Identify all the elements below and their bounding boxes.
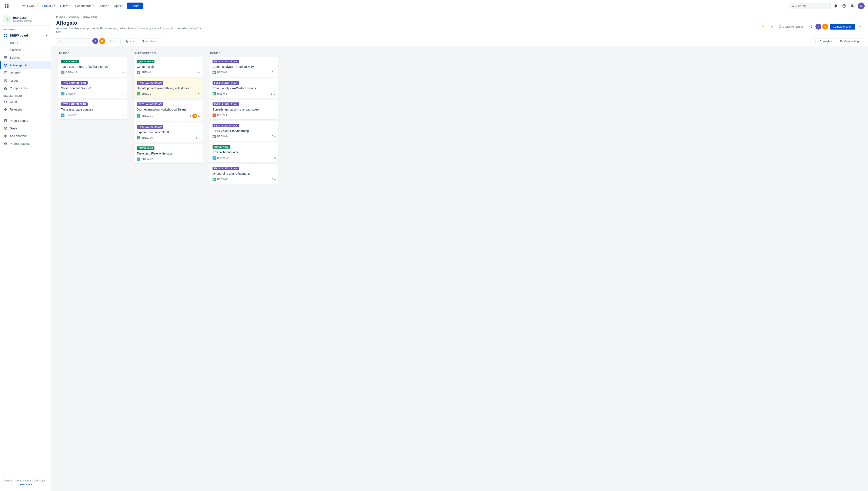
jira-logo[interactable]: Jira [11, 3, 18, 9]
complete-sprint-button[interactable]: Complete sprint [830, 24, 855, 30]
user-avatar[interactable]: U [858, 3, 865, 9]
table-row[interactable]: QUICK WINSContent audit▶BREW-14≡ [134, 57, 202, 77]
sidebar-item-backlog[interactable]: Backlog [0, 54, 51, 61]
nav-your-work[interactable]: Your work ▾ [20, 3, 40, 9]
task-icon: ✓ [61, 92, 64, 95]
notifications-icon[interactable] [832, 3, 839, 9]
sidebar-item-add-shortcut[interactable]: Add shortcut [0, 132, 51, 140]
table-row[interactable]: FY23 LAUNCH PLANTaste test: Latte glasse… [58, 100, 127, 119]
table-row[interactable]: FY23 LAUNCH PLANExplore personas: Geoff▶… [134, 122, 202, 142]
more-options-icon[interactable]: ••• [857, 24, 863, 30]
view-settings-button[interactable]: View settings [837, 38, 863, 44]
insights-button[interactable]: Insights [815, 38, 835, 44]
breadcrumb-espresso[interactable]: Espresso [69, 15, 79, 18]
avatar-filter-1[interactable]: A [92, 38, 98, 44]
board-search-box[interactable] [56, 38, 90, 44]
nav-apps[interactable]: Apps ▾ [112, 3, 125, 9]
breadcrumb-projects[interactable]: Projects [56, 15, 65, 18]
create-button[interactable]: Create [127, 3, 143, 9]
sidebar-item-active-sprints[interactable]: Active sprints [0, 61, 51, 69]
chevron-down-icon: ▾ [54, 4, 55, 7]
table-row[interactable]: QUICK WINSTaste test: Flate white cups✓B… [134, 144, 202, 164]
sidebar-item-components[interactable]: Components [0, 84, 51, 92]
search-input[interactable] [796, 4, 826, 8]
sidebar-item-board[interactable]: Board [0, 39, 51, 46]
star-icon[interactable]: ☆ [768, 23, 775, 30]
column-done: DONE 6FY23 LAUNCH PLANComp. analysis—Foo… [208, 50, 280, 185]
card-label: FY23 LAUNCH PLAN [61, 81, 88, 85]
quick-filters-button[interactable]: Quick filters ▾ [139, 38, 161, 44]
table-row[interactable]: FY23 LAUNCH PLANUpdate project plan with… [134, 79, 202, 98]
svg-point-57 [841, 41, 842, 41]
chevron-down-icon: ▾ [122, 5, 123, 7]
card-footer: ▶BREW-35⌄ [213, 92, 276, 95]
task-icon: ✓ [61, 71, 64, 74]
priority-icon: ↑ [274, 114, 276, 117]
grid-icon[interactable] [3, 3, 10, 9]
priority-icon: ≡ [274, 135, 276, 138]
board-search-input[interactable] [62, 39, 88, 43]
card-title: Review banner ads [213, 150, 276, 154]
search-icon [792, 4, 795, 7]
priority-icon: ≡ [123, 71, 124, 74]
avatar-filter-2[interactable]: B [99, 38, 105, 44]
sidebar-item-code[interactable]: Code [0, 98, 51, 106]
table-row[interactable]: FY23 LAUNCH PLANComp. analysis—Food deli… [209, 57, 278, 77]
avatar-1[interactable]: A [815, 24, 821, 30]
project-icon: ☕ [3, 15, 11, 23]
backlog-label: Backlog [10, 56, 48, 59]
sidebar-item-goals[interactable]: Goals [0, 124, 51, 132]
learn-more-link[interactable]: Learn more [3, 483, 48, 486]
type-filter-button[interactable]: Type ▾ [123, 38, 137, 44]
table-row[interactable]: QUICK WINSReview banner ads✓BREW-20≡ [209, 142, 278, 162]
card-id: BREW-1 [141, 71, 195, 74]
share-icon[interactable] [807, 23, 814, 30]
settings-icon[interactable] [849, 3, 856, 9]
nav-items: Your work ▾ Projects ▾ Filters ▾ Dashboa… [20, 3, 125, 9]
table-row[interactable]: FY23 LAUNCH PLANSocial content: Week 1✓B… [58, 79, 127, 98]
lightning-icon[interactable]: ⚡ [760, 23, 767, 30]
breadcrumb-brew-board[interactable]: BREW board [83, 15, 98, 18]
nav-projects[interactable]: Projects ▾ [40, 3, 58, 9]
sidebar-item-timeline[interactable]: Timeline [0, 46, 51, 54]
svg-point-29 [5, 81, 6, 82]
svg-rect-13 [6, 34, 7, 35]
card-label: FY23 LAUNCH PLAN [137, 103, 163, 106]
table-row[interactable]: FY23 LAUNCH PLANFY23 Vision: Storyboardi… [209, 121, 278, 141]
avatar-2[interactable]: B [822, 24, 828, 30]
card-label: FY23 LAUNCH PLAN [213, 81, 239, 85]
sidebar-item-project-settings[interactable]: Project settings [0, 140, 51, 147]
card-footer: ▶BREW-14≡ [137, 71, 200, 74]
card-title: Update project plan with key milestones [137, 86, 200, 91]
card-title: Taste test: Latte glasses [61, 108, 124, 112]
card-id: BREW-20 [217, 156, 273, 160]
column-cards-inprogress: QUICK WINSContent audit▶BREW-14≡FY23 LAU… [132, 57, 204, 165]
releases-label: Releases [10, 108, 48, 111]
sidebar-item-reports[interactable]: Reports [0, 69, 51, 77]
planning-label: PLANNING [0, 26, 51, 32]
help-icon[interactable]: ? [841, 3, 847, 9]
sidebar-item-brew-board[interactable]: BREW board ▾ [0, 32, 51, 39]
card-meta: 5JB∧ [190, 114, 200, 118]
nav-dashboards[interactable]: Dashboards ▾ [73, 3, 96, 9]
table-row[interactable]: FY23 LAUNCH PLANComp. analysis—Custom me… [209, 79, 278, 98]
column-header-inprogress: IN PROGRESS 5 [132, 50, 204, 57]
nav-teams[interactable]: Teams ▾ [96, 3, 111, 9]
sidebar-item-issues[interactable]: Issues [0, 77, 51, 84]
table-row[interactable]: FY23 LAUNCH PLANSomething's up with the … [209, 100, 278, 119]
table-row[interactable]: FY23 LAUNCH PLANOnboarding tour refineme… [209, 164, 278, 184]
svg-line-50 [810, 27, 811, 27]
table-row[interactable]: FY23 LAUNCH PLANJourney mapping workshop… [134, 100, 202, 121]
epic-filter-button[interactable]: Epic ▾ [107, 38, 120, 44]
board-sub-label: Board [10, 41, 18, 45]
card-id: BREW-11 [141, 114, 189, 117]
nav-filters[interactable]: Filters ▾ [58, 3, 73, 9]
search-box[interactable] [789, 3, 831, 9]
sidebar-item-project-pages[interactable]: Project pages [0, 117, 51, 124]
pages-icon [3, 119, 8, 123]
table-row[interactable]: QUICK WINSTaste test: Round 1 (vanilla e… [58, 57, 127, 77]
goals-icon [3, 126, 8, 131]
sidebar-item-releases[interactable]: Releases [0, 106, 51, 113]
breadcrumb: Projects / Espresso / BREW board [56, 15, 863, 18]
card-id: BREW-23 [66, 114, 120, 117]
